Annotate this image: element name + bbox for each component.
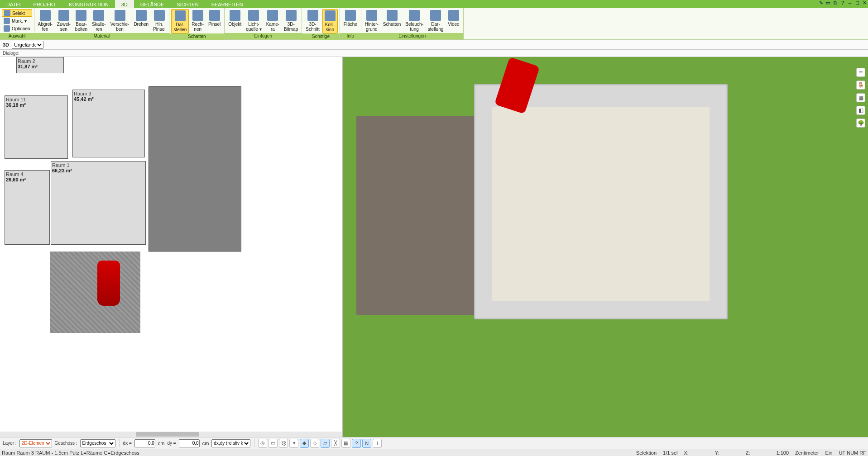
- window-ctrl-3[interactable]: ?: [839, 0, 846, 8]
- bottom-clock-icon[interactable]: ◷: [258, 439, 267, 448]
- ribbon-btn-video[interactable]: Video: [446, 9, 461, 28]
- light-icon: [409, 10, 420, 21]
- interior-floor-3d: [492, 107, 710, 301]
- status-ein: Ein: [825, 450, 833, 456]
- ribbon-btn-selekt[interactable]: Selekt: [2, 9, 32, 17]
- bottom-link-icon[interactable]: ⛓: [279, 439, 288, 448]
- ribbon-btn-pinsel[interactable]: Pinsel: [206, 9, 222, 28]
- ribbon-btn-verschieben[interactable]: Verschie- ben: [109, 9, 131, 33]
- eyedrop-icon: [40, 10, 51, 21]
- bottom-textcursor-icon[interactable]: I: [373, 439, 382, 448]
- ribbon-group-einfügen: ObjektLicht- quelle ▾Kame- ra3D- BitmapE…: [225, 8, 302, 39]
- dy-unit: cm: [202, 441, 209, 446]
- ribbon-btn-objekt[interactable]: Objekt: [226, 9, 243, 28]
- ribbon-group-label: Sonstige: [302, 33, 340, 40]
- palette-materials-icon[interactable]: ▦: [856, 93, 865, 102]
- ribbon-btn-drehen[interactable]: Drehen: [132, 9, 150, 28]
- bottom-north-icon[interactable]: N: [362, 439, 371, 448]
- room-raum1[interactable]: Raum 166,23 m²: [51, 161, 146, 245]
- palette-layers-icon[interactable]: ≣: [856, 68, 865, 77]
- play-icon: [448, 10, 459, 21]
- menu-tab-konstruktion[interactable]: KONSTRUKTION: [62, 0, 115, 8]
- driveway-2d: [50, 252, 140, 333]
- menu-tab-projekt[interactable]: PROJEKT: [27, 0, 63, 8]
- geschoss-label: Geschoss :: [55, 441, 77, 446]
- menu-tab-datei[interactable]: DATEI: [0, 0, 27, 8]
- ribbon-btn-skalieren[interactable]: Skalie- ren: [90, 9, 108, 33]
- geschoss-select[interactable]: Erdgeschos: [80, 439, 115, 447]
- bottom-grid1-icon[interactable]: ▦: [341, 439, 350, 448]
- room-name: Raum 4: [6, 171, 48, 177]
- ribbon-btn-label: Pinsel: [208, 22, 221, 27]
- chair-icon: [230, 10, 240, 21]
- slice-icon: [307, 10, 318, 21]
- scrollbar-2d[interactable]: [0, 432, 342, 437]
- palette-furniture-icon[interactable]: 🪑: [856, 81, 865, 90]
- ribbon-btn-darstellen[interactable]: Dar- stellen: [171, 9, 189, 33]
- ribbon-btn-optionen[interactable]: Optionen: [2, 24, 32, 32]
- ribbon-btn-rechnen[interactable]: Rech- nen: [190, 9, 206, 33]
- status-flags: UF NUM RF: [839, 450, 867, 456]
- floorplan-2d-view[interactable]: Raum 231,87 m²Raum 1136,18 m²Raum 345,42…: [0, 57, 343, 437]
- ribbon-btn-label: Selekt: [12, 11, 25, 16]
- ribbon-btn-label: Dar- stellen: [173, 22, 187, 32]
- ribbon-group-schatten: Dar- stellenRech- nenPinselSchatten: [169, 8, 225, 39]
- ribbon-group-auswahl: SelektMark. ▾OptionenAuswahl: [0, 8, 34, 39]
- ribbon-btn-label: Abgrei- fen: [38, 22, 53, 32]
- menu-tab-gelände[interactable]: GELÄNDE: [134, 0, 171, 8]
- render-3d-view[interactable]: [343, 57, 868, 437]
- window-ctrl-1[interactable]: ▭: [825, 0, 832, 8]
- ribbon-btn-kollision[interactable]: Kolli- sion: [322, 9, 338, 33]
- room-raum11[interactable]: Raum 1136,18 m²: [5, 95, 68, 159]
- layer-select[interactable]: 2D-Elemen: [19, 439, 52, 447]
- edit-icon: [76, 10, 86, 21]
- ribbon-btn-bitmap3d[interactable]: 3D- Bitmap: [282, 9, 300, 33]
- bottom-screen-icon[interactable]: ▭: [269, 439, 278, 448]
- palette-plants-icon[interactable]: 🌳: [856, 119, 865, 128]
- terrain-select[interactable]: Urgelände: [12, 41, 43, 49]
- bottom-snap2-icon[interactable]: ◆: [300, 439, 309, 448]
- coordmode-select[interactable]: dx,dy (relativ ka: [211, 439, 250, 447]
- ribbon-btn-bearbeiten[interactable]: Bear- beiten: [73, 9, 89, 33]
- menu-bar: DATEIPROJEKTKONSTRUKTION3DGELÄNDESICHTEN…: [0, 0, 868, 8]
- window-ctrl-6[interactable]: ✕: [861, 0, 868, 8]
- dy-input[interactable]: [179, 439, 200, 447]
- dx-input[interactable]: [134, 439, 155, 447]
- bottom-grid2-icon[interactable]: ╳: [331, 439, 340, 448]
- mode-label: 3D: [3, 42, 9, 48]
- palette-colors-icon[interactable]: ◧: [856, 106, 865, 115]
- bottom-bar: Layer : 2D-Elemen Geschoss : Erdgeschos …: [0, 437, 868, 449]
- ribbon-btn-mark[interactable]: Mark. ▾: [2, 17, 32, 24]
- ribbon-btn-label: Skalie- ren: [92, 22, 106, 32]
- bottom-ortho-icon[interactable]: ◇: [310, 439, 319, 448]
- bottom-angle-icon[interactable]: ▱: [321, 439, 330, 448]
- ribbon-btn-schnitt3d[interactable]: 3D- Schnitt: [304, 9, 321, 33]
- ribbon-btn-beleuchtung[interactable]: Beleuch- tung: [403, 9, 425, 33]
- window-ctrl-5[interactable]: ◻: [854, 0, 861, 8]
- ribbon-btn-kamera[interactable]: Kame- ra: [264, 9, 281, 33]
- room-raum2[interactable]: Raum 231,87 m²: [16, 57, 64, 73]
- ribbon-btn-zuweisen[interactable]: Zuwei- sen: [55, 9, 72, 33]
- ribbon-btn-lichtquelle[interactable]: Licht- quelle ▾: [244, 9, 263, 33]
- bottom-help-icon[interactable]: ?: [352, 439, 361, 448]
- ribbon: SelektMark. ▾OptionenAuswahlAbgrei- fenZ…: [0, 8, 868, 40]
- menu-tab-3d[interactable]: 3D: [115, 0, 134, 8]
- room-raum4[interactable]: Raum 426,60 m²: [5, 170, 50, 245]
- window-ctrl-4[interactable]: –: [846, 0, 854, 8]
- room-raum3[interactable]: Raum 345,42 m²: [72, 90, 145, 157]
- bg-icon: [366, 10, 377, 21]
- ribbon-btn-label: Schatten: [383, 22, 401, 27]
- bottom-snap1-icon[interactable]: ✦: [289, 439, 298, 448]
- window-ctrl-0[interactable]: ✎: [817, 0, 825, 8]
- ribbon-group-info: FlächeInfo: [340, 8, 361, 39]
- window-ctrl-2[interactable]: ⧉: [832, 0, 839, 8]
- ribbon-btn-hinpinsel[interactable]: Hin. Pinsel: [151, 9, 167, 33]
- menu-tab-sichten[interactable]: SICHTEN: [170, 0, 205, 8]
- ribbon-btn-darstellung[interactable]: Dar- stellung: [426, 9, 445, 33]
- status-x-label: X:: [684, 450, 689, 456]
- ribbon-btn-hintergrund[interactable]: Hinter- grund: [363, 9, 380, 33]
- ribbon-btn-abgreifen[interactable]: Abgrei- fen: [36, 9, 54, 33]
- menu-tab-bearbeiten[interactable]: BEARBEITEN: [205, 0, 249, 8]
- ribbon-btn-schatten2[interactable]: Schatten: [381, 9, 403, 28]
- ribbon-btn-flaeche[interactable]: Fläche: [342, 9, 359, 28]
